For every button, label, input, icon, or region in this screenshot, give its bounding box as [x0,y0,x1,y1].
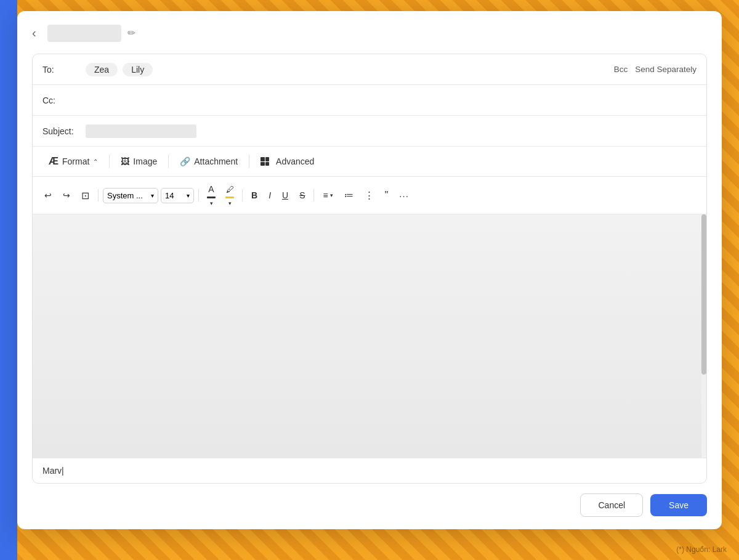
toolbar-sep-2 [168,155,169,168]
quote-button[interactable]: " [381,187,393,204]
format-bar: ↩ ↪ ⊡ System ... ▾ 14 ▾ A ▾ [33,177,706,214]
undo-icon: ↩ [44,190,52,200]
subject-label: Subject: [42,126,79,136]
font-color-letter: A [208,184,214,194]
toolbar-sep-1 [109,155,110,168]
fmt-sep-4 [313,189,314,201]
format-button[interactable]: Æ Format ⌃ [42,153,104,170]
blue-left-accent [0,0,17,560]
save-button[interactable]: Save [650,494,707,516]
advanced-label: Advanced [276,156,314,166]
unordered-list-icon: ⋮ [365,190,374,201]
redo-icon: ↪ [63,190,70,200]
fmt-sep-2 [198,189,199,201]
fmt-sep-1 [98,189,99,201]
copy-format-button[interactable]: ⊡ [77,187,94,205]
ordered-list-button[interactable]: ≔ [340,187,358,204]
to-field-row: To: Zea Lily Bcc Send Separately [33,54,706,85]
cc-field-row: Cc: [33,85,706,116]
underline-icon: U [282,190,288,200]
advanced-button[interactable]: Advanced [254,153,320,169]
format-icon: Æ [49,156,59,167]
copy-format-icon: ⊡ [81,190,89,201]
highlight-color-bar [225,197,234,198]
format-label: Format [62,156,89,166]
attachment-label: Attachment [194,156,238,166]
scrollbar[interactable] [701,214,706,458]
bold-button[interactable]: B [247,187,262,203]
recipient-lily[interactable]: Lily [123,63,153,76]
format-chevron-icon: ⌃ [93,158,98,165]
header-title-placeholder [47,25,121,42]
scrollbar-thumb[interactable] [701,214,706,375]
recipient-zea[interactable]: Zea [86,63,118,76]
quote-icon: " [385,190,389,201]
to-actions: Bcc Send Separately [614,65,697,74]
toolbar-sep-3 [249,155,249,168]
to-label: To: [42,65,79,75]
modal-header: ‹ ✏ [32,23,707,43]
attachment-icon: 🔗 [180,156,190,166]
edit-button[interactable]: ✏ [127,27,135,39]
strikethrough-icon: S [299,190,305,200]
font-size-chevron: ▾ [187,192,190,199]
font-size-select[interactable]: 14 ▾ [161,188,194,203]
bold-icon: B [251,190,257,200]
font-color-bar [207,197,216,198]
bcc-button[interactable]: Bcc [614,65,628,74]
back-button[interactable]: ‹ [32,23,41,43]
cancel-button[interactable]: Cancel [580,493,643,517]
strikethrough-button[interactable]: S [295,187,309,203]
more-format-button[interactable]: ··· [395,187,413,204]
font-family-chevron: ▾ [151,192,154,199]
signature-text: Marv| [42,466,64,476]
subject-input[interactable] [86,124,196,138]
more-icon: ··· [399,190,409,201]
underline-button[interactable]: U [278,187,293,203]
font-family-select[interactable]: System ... ▾ [103,188,158,203]
to-recipients: Zea Lily [86,63,614,76]
image-label: Image [133,156,157,166]
toolbar-row: Æ Format ⌃ 🖼 Image 🔗 Attachment [33,147,706,177]
send-separately-button[interactable]: Send Separately [635,65,697,74]
edit-icon: ✏ [127,28,135,38]
modal-footer: Cancel Save [32,484,707,517]
image-button[interactable]: 🖼 Image [115,153,163,169]
email-form: To: Zea Lily Bcc Send Separately Cc: Sub… [32,54,707,484]
image-icon: 🖼 [121,156,129,166]
highlight-chevron: ▾ [228,200,232,206]
attachment-button[interactable]: 🔗 Attachment [174,153,244,169]
signature-row: Marv| [33,458,706,483]
advanced-grid-icon [260,157,269,166]
ordered-list-icon: ≔ [344,190,353,201]
italic-icon: I [269,190,271,200]
unordered-list-button[interactable]: ⋮ [360,187,378,204]
font-color-chevron: ▾ [210,200,213,206]
email-compose-modal: ‹ ✏ To: Zea Lily Bcc Send Separately Cc:… [17,11,722,529]
font-color-button[interactable]: A ▾ [203,182,219,209]
highlight-icon: 🖊 [226,185,234,194]
italic-button[interactable]: I [264,187,275,203]
email-body-content[interactable] [33,214,706,458]
align-chevron: ▾ [330,192,333,198]
align-icon: ≡ [323,190,328,200]
highlight-color-button[interactable]: 🖊 ▾ [222,182,238,209]
redo-button[interactable]: ↪ [59,187,75,203]
back-icon: ‹ [32,26,36,40]
cc-label: Cc: [42,95,79,105]
font-family-value: System ... [107,191,143,200]
subject-field-row: Subject: [33,116,706,147]
align-button[interactable]: ≡ ▾ [318,187,337,203]
attribution: (*) Nguồn: Lark [676,545,727,554]
email-body-area[interactable] [33,214,706,458]
font-size-value: 14 [165,191,174,200]
fmt-sep-3 [242,189,243,201]
undo-button[interactable]: ↩ [40,187,56,203]
